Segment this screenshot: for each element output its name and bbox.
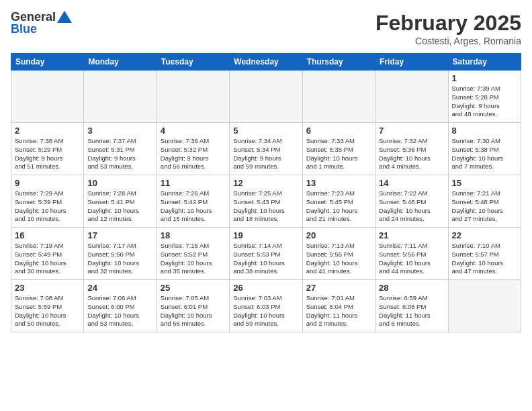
day-info: Sunrise: 7:32 AM Sunset: 5:36 PM Dayligh…: [379, 137, 444, 171]
weekday-header-sunday: Sunday: [11, 54, 84, 71]
day-info: Sunrise: 7:23 AM Sunset: 5:45 PM Dayligh…: [306, 189, 371, 224]
weekday-header-thursday: Thursday: [302, 54, 375, 71]
day-number: 2: [15, 126, 80, 136]
day-info: Sunrise: 7:03 AM Sunset: 6:03 PM Dayligh…: [233, 294, 298, 328]
calendar-cell: 8Sunrise: 7:30 AM Sunset: 5:38 PM Daylig…: [448, 123, 521, 175]
calendar-cell: 10Sunrise: 7:28 AM Sunset: 5:41 PM Dayli…: [84, 175, 157, 228]
title-block: February 2025 Costesti, Arges, Romania: [375, 11, 521, 46]
day-number: 22: [452, 230, 517, 240]
day-number: 5: [233, 126, 298, 136]
day-number: 24: [87, 283, 152, 293]
day-info: Sunrise: 7:28 AM Sunset: 5:41 PM Dayligh…: [87, 189, 152, 224]
page-header: General Blue February 2025 Costesti, Arg…: [11, 11, 521, 46]
weekday-header-friday: Friday: [375, 54, 448, 71]
day-number: 16: [15, 230, 80, 240]
day-number: 8: [452, 126, 517, 136]
calendar-cell: 17Sunrise: 7:17 AM Sunset: 5:50 PM Dayli…: [84, 228, 157, 280]
day-info: Sunrise: 7:36 AM Sunset: 5:32 PM Dayligh…: [161, 137, 226, 171]
calendar-cell: 9Sunrise: 7:29 AM Sunset: 5:39 PM Daylig…: [11, 175, 84, 228]
day-number: 6: [306, 126, 371, 136]
day-number: 14: [379, 178, 444, 188]
day-number: 11: [161, 178, 226, 188]
calendar-cell: 14Sunrise: 7:22 AM Sunset: 5:46 PM Dayli…: [375, 175, 448, 228]
day-info: Sunrise: 6:59 AM Sunset: 6:06 PM Dayligh…: [379, 294, 444, 328]
day-info: Sunrise: 7:21 AM Sunset: 5:48 PM Dayligh…: [452, 189, 517, 224]
calendar-cell: 27Sunrise: 7:01 AM Sunset: 6:04 PM Dayli…: [302, 280, 375, 332]
calendar-cell: 26Sunrise: 7:03 AM Sunset: 6:03 PM Dayli…: [230, 280, 302, 332]
week-row-2: 2Sunrise: 7:38 AM Sunset: 5:29 PM Daylig…: [11, 123, 521, 175]
calendar-cell: 20Sunrise: 7:13 AM Sunset: 5:55 PM Dayli…: [302, 228, 375, 280]
weekday-header-saturday: Saturday: [448, 54, 521, 71]
weekday-header-monday: Monday: [84, 54, 157, 71]
day-number: 9: [15, 178, 80, 188]
day-info: Sunrise: 7:37 AM Sunset: 5:31 PM Dayligh…: [87, 137, 152, 171]
calendar-cell: 24Sunrise: 7:06 AM Sunset: 6:00 PM Dayli…: [84, 280, 157, 332]
calendar-cell: [11, 71, 84, 123]
location-subtitle: Costesti, Arges, Romania: [375, 36, 521, 46]
day-info: Sunrise: 7:29 AM Sunset: 5:39 PM Dayligh…: [15, 189, 80, 224]
day-info: Sunrise: 7:14 AM Sunset: 5:53 PM Dayligh…: [233, 242, 298, 276]
calendar-cell: 18Sunrise: 7:16 AM Sunset: 5:52 PM Dayli…: [157, 228, 229, 280]
day-info: Sunrise: 7:10 AM Sunset: 5:57 PM Dayligh…: [452, 242, 517, 276]
calendar-cell: 2Sunrise: 7:38 AM Sunset: 5:29 PM Daylig…: [11, 123, 84, 175]
calendar-cell: 15Sunrise: 7:21 AM Sunset: 5:48 PM Dayli…: [448, 175, 521, 228]
day-number: 3: [87, 126, 152, 136]
day-info: Sunrise: 7:11 AM Sunset: 5:56 PM Dayligh…: [379, 242, 444, 276]
logo: General Blue: [11, 11, 72, 36]
week-row-3: 9Sunrise: 7:29 AM Sunset: 5:39 PM Daylig…: [11, 175, 521, 228]
weekday-header-row: SundayMondayTuesdayWednesdayThursdayFrid…: [11, 54, 521, 71]
day-number: 28: [379, 283, 444, 293]
calendar-cell: 12Sunrise: 7:25 AM Sunset: 5:43 PM Dayli…: [230, 175, 302, 228]
calendar-cell: 4Sunrise: 7:36 AM Sunset: 5:32 PM Daylig…: [157, 123, 229, 175]
calendar-cell: 23Sunrise: 7:08 AM Sunset: 5:59 PM Dayli…: [11, 280, 84, 332]
day-number: 12: [233, 178, 298, 188]
calendar-cell: 1Sunrise: 7:39 AM Sunset: 5:28 PM Daylig…: [448, 71, 521, 123]
week-row-1: 1Sunrise: 7:39 AM Sunset: 5:28 PM Daylig…: [11, 71, 521, 123]
day-info: Sunrise: 7:33 AM Sunset: 5:35 PM Dayligh…: [306, 137, 371, 171]
day-info: Sunrise: 7:16 AM Sunset: 5:52 PM Dayligh…: [161, 242, 226, 276]
calendar-table: SundayMondayTuesdayWednesdayThursdayFrid…: [11, 53, 521, 332]
calendar-cell: [157, 71, 229, 123]
calendar-cell: 21Sunrise: 7:11 AM Sunset: 5:56 PM Dayli…: [375, 228, 448, 280]
svg-marker-0: [57, 11, 72, 23]
day-info: Sunrise: 7:08 AM Sunset: 5:59 PM Dayligh…: [15, 294, 80, 328]
day-info: Sunrise: 7:34 AM Sunset: 5:34 PM Dayligh…: [233, 137, 298, 171]
day-info: Sunrise: 7:13 AM Sunset: 5:55 PM Dayligh…: [306, 242, 371, 276]
weekday-header-wednesday: Wednesday: [230, 54, 302, 71]
calendar-cell: [230, 71, 302, 123]
day-number: 27: [306, 283, 371, 293]
day-number: 10: [87, 178, 152, 188]
day-number: 21: [379, 230, 444, 240]
day-number: 25: [161, 283, 226, 293]
day-number: 7: [379, 126, 444, 136]
day-info: Sunrise: 7:01 AM Sunset: 6:04 PM Dayligh…: [306, 294, 371, 328]
day-info: Sunrise: 7:39 AM Sunset: 5:28 PM Dayligh…: [452, 85, 517, 119]
calendar-cell: 13Sunrise: 7:23 AM Sunset: 5:45 PM Dayli…: [302, 175, 375, 228]
calendar-cell: 11Sunrise: 7:26 AM Sunset: 5:42 PM Dayli…: [157, 175, 229, 228]
logo-icon: [57, 11, 72, 23]
day-number: 23: [15, 283, 80, 293]
day-number: 15: [452, 178, 517, 188]
day-info: Sunrise: 7:05 AM Sunset: 6:01 PM Dayligh…: [161, 294, 226, 328]
calendar-cell: 6Sunrise: 7:33 AM Sunset: 5:35 PM Daylig…: [302, 123, 375, 175]
calendar-cell: 16Sunrise: 7:19 AM Sunset: 5:49 PM Dayli…: [11, 228, 84, 280]
day-info: Sunrise: 7:19 AM Sunset: 5:49 PM Dayligh…: [15, 242, 80, 276]
weekday-header-tuesday: Tuesday: [157, 54, 229, 71]
day-number: 26: [233, 283, 298, 293]
calendar-cell: 22Sunrise: 7:10 AM Sunset: 5:57 PM Dayli…: [448, 228, 521, 280]
day-number: 17: [87, 230, 152, 240]
calendar-cell: 5Sunrise: 7:34 AM Sunset: 5:34 PM Daylig…: [230, 123, 302, 175]
day-number: 13: [306, 178, 371, 188]
day-info: Sunrise: 7:17 AM Sunset: 5:50 PM Dayligh…: [87, 242, 152, 276]
calendar-cell: 28Sunrise: 6:59 AM Sunset: 6:06 PM Dayli…: [375, 280, 448, 332]
day-number: 20: [306, 230, 371, 240]
day-info: Sunrise: 7:38 AM Sunset: 5:29 PM Dayligh…: [15, 137, 80, 171]
day-info: Sunrise: 7:22 AM Sunset: 5:46 PM Dayligh…: [379, 189, 444, 224]
calendar-cell: [302, 71, 375, 123]
day-number: 19: [233, 230, 298, 240]
calendar-cell: 3Sunrise: 7:37 AM Sunset: 5:31 PM Daylig…: [84, 123, 157, 175]
calendar-cell: 7Sunrise: 7:32 AM Sunset: 5:36 PM Daylig…: [375, 123, 448, 175]
day-number: 4: [161, 126, 226, 136]
logo-blue-text: Blue: [11, 23, 37, 36]
calendar-cell: 25Sunrise: 7:05 AM Sunset: 6:01 PM Dayli…: [157, 280, 229, 332]
